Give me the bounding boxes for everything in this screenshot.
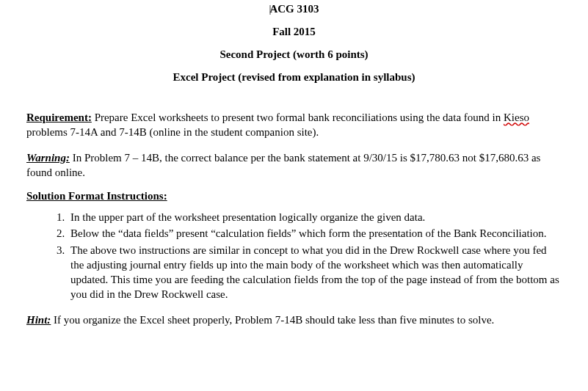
solution-format-heading: Solution Format Instructions: <box>26 190 562 202</box>
instructions-list: In the upper part of the worksheet prese… <box>26 210 562 302</box>
hint-text: If you organize the Excel sheet properly… <box>51 314 494 326</box>
requirement-text-post: problems 7-14A and 7-14B (online in the … <box>26 126 319 138</box>
term: Fall 2015 <box>26 26 562 38</box>
list-item: In the upper part of the worksheet prese… <box>68 210 562 224</box>
list-item: Below the “data fields” present “calcula… <box>68 226 562 241</box>
project-line: Second Project (worth 6 points) <box>26 48 562 61</box>
warning-label: Warning: <box>26 152 70 164</box>
warning-paragraph: Warning: In Problem 7 – 14B, the correct… <box>26 150 562 180</box>
project-subtitle: Excel Project (revised from explanation … <box>26 71 562 84</box>
requirement-label: Requirement: <box>26 112 92 123</box>
hint-label: Hint: <box>26 314 51 326</box>
spelling-error-word: Kieso <box>504 112 529 123</box>
document-body: Requirement: Prepare Excel worksheets to… <box>26 110 562 327</box>
course-code: ACG 3103 <box>26 3 562 15</box>
requirement-text-pre: Prepare Excel worksheets to present two … <box>92 112 504 123</box>
list-item: The above two instructions are similar i… <box>68 243 562 302</box>
document-page: ACG 3103 Fall 2015 Second Project (worth… <box>0 3 588 333</box>
requirement-paragraph: Requirement: Prepare Excel worksheets to… <box>26 110 562 140</box>
warning-text: In Problem 7 – 14B, the correct balance … <box>26 152 540 178</box>
hint-paragraph: Hint: If you organize the Excel sheet pr… <box>26 313 562 327</box>
document-header: ACG 3103 Fall 2015 Second Project (worth… <box>26 3 562 84</box>
